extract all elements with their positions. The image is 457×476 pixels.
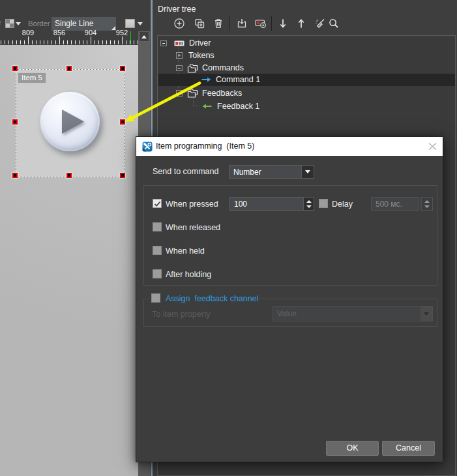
to-item-property-label: To item property (152, 310, 211, 319)
toolbar-separator (271, 16, 272, 31)
command-type-combo[interactable]: Number (229, 165, 314, 179)
duplicate-icon[interactable] (193, 17, 206, 30)
tree-label: Command 1 (216, 75, 260, 84)
spinner-buttons (421, 198, 432, 210)
search-icon[interactable] (327, 17, 340, 30)
dialog-title: Item programming (Item 5) (156, 141, 254, 151)
editor-canvas[interactable]: Item 5 (0, 45, 138, 476)
when-pressed-value: 100 (234, 200, 247, 209)
ruler-label: 904 (78, 29, 104, 37)
after-holding-label: After holding (166, 270, 211, 279)
driver-device-icon (174, 40, 184, 46)
move-down-icon[interactable] (276, 17, 289, 30)
after-holding-checkbox[interactable] (153, 269, 162, 278)
assign-feedback-checkbox[interactable] (151, 293, 160, 303)
tree-row-command-1[interactable]: Command 1 (158, 74, 455, 86)
command-arrow-icon (201, 77, 211, 82)
to-item-property-combo: Value (273, 306, 433, 321)
resize-handle-w[interactable] (12, 119, 18, 125)
ruler-label: 952 (109, 29, 135, 37)
panel-title: Driver tree (158, 5, 196, 14)
resize-handle-n[interactable] (66, 66, 72, 71)
tree-row-tokens[interactable]: Tokens (158, 50, 455, 62)
combo-arrow-button[interactable] (301, 166, 314, 178)
capture-icon[interactable] (254, 17, 267, 30)
chevron-down-icon[interactable] (138, 22, 143, 25)
when-released-label: When released (166, 223, 220, 232)
feedback-arrow-icon (202, 104, 212, 109)
when-pressed-value-field[interactable]: 100 (229, 197, 314, 211)
resize-handle-ne[interactable] (120, 66, 125, 71)
driver-tree-toolbar (153, 16, 457, 31)
resize-handle-e[interactable] (120, 119, 125, 125)
folder-icon (187, 63, 198, 74)
tree-row-feedbacks[interactable]: Feedbacks (158, 87, 455, 100)
item-programming-icon (142, 141, 153, 152)
when-released-checkbox[interactable] (153, 222, 162, 231)
selected-item[interactable]: Item 5 (16, 70, 124, 177)
scroll-up-icon (141, 35, 147, 38)
play-button-graphic (40, 91, 100, 151)
tree-row-feedback-1[interactable]: Feedback 1 (158, 100, 455, 113)
horizontal-ruler: 809 856 904 952 (0, 0, 138, 45)
close-icon[interactable] (428, 143, 437, 150)
tree-label: Tokens (188, 51, 214, 60)
ruler-label: 809 (15, 29, 41, 37)
tree-row-commands[interactable]: Commands (158, 62, 455, 74)
collapse-icon[interactable] (176, 90, 183, 97)
folder-icon (187, 88, 198, 98)
combo-arrow-button (420, 306, 432, 321)
delay-checkbox[interactable] (319, 199, 328, 208)
resize-handle-se[interactable] (120, 173, 125, 178)
delay-value-field: 500 мс. (371, 197, 419, 211)
resize-handle-s[interactable] (66, 173, 72, 178)
spinner-buttons[interactable] (303, 198, 314, 210)
play-triangle-icon (62, 110, 84, 134)
collapse-icon[interactable] (176, 65, 183, 72)
clear-icon[interactable] (314, 17, 327, 30)
item-programming-dialog: Item programming (Item 5) Send to comman… (136, 136, 443, 462)
checkmark-icon (154, 201, 161, 207)
dialog-titlebar[interactable]: Item programming (Item 5) (136, 137, 443, 156)
item-name-badge: Item 5 (18, 72, 46, 83)
command-type-value: Number (233, 168, 261, 177)
app-window: r Border Single Line 809 856 904 952 Ite… (0, 0, 457, 476)
ruler-label: 856 (46, 29, 72, 37)
spin-up-icon (306, 200, 312, 203)
chevron-down-icon (424, 312, 429, 316)
resize-handle-sw[interactable] (12, 173, 18, 178)
delete-icon[interactable] (212, 17, 225, 30)
collapse-icon[interactable] (160, 40, 167, 47)
delay-spinner (420, 197, 433, 211)
ok-button[interactable]: OK (326, 441, 379, 456)
ruler-cursor-marker (130, 31, 132, 44)
import-icon[interactable] (235, 17, 248, 30)
cancel-button[interactable]: Cancel (382, 441, 435, 456)
add-icon[interactable] (173, 17, 186, 30)
when-held-checkbox[interactable] (153, 246, 162, 255)
tree-label: Feedback 1 (217, 102, 259, 111)
resize-handle-nw[interactable] (12, 66, 18, 71)
when-held-label: When held (166, 246, 205, 256)
toolbar-separator (229, 16, 230, 31)
delay-value: 500 мс. (376, 200, 402, 209)
spin-down-icon (424, 205, 430, 208)
expand-icon[interactable] (176, 52, 183, 59)
assign-feedback-label[interactable]: Assign feedback channel (166, 294, 258, 303)
scroll-up-button[interactable] (139, 31, 149, 42)
spin-down-icon (306, 205, 312, 208)
chevron-down-icon (305, 170, 310, 173)
when-pressed-label: When pressed (166, 200, 218, 209)
when-pressed-checkbox[interactable] (153, 199, 162, 208)
tree-label: Feedbacks (202, 89, 242, 98)
delay-label: Delay (332, 200, 353, 209)
tree-label: Driver (189, 38, 211, 48)
tree-row-driver[interactable]: Driver (158, 37, 455, 50)
to-item-property-value: Value (277, 309, 297, 318)
send-to-command-label: Send to command (153, 167, 218, 176)
move-up-icon[interactable] (295, 17, 308, 30)
spin-up-icon (424, 200, 430, 203)
tree-label: Commands (202, 63, 244, 72)
